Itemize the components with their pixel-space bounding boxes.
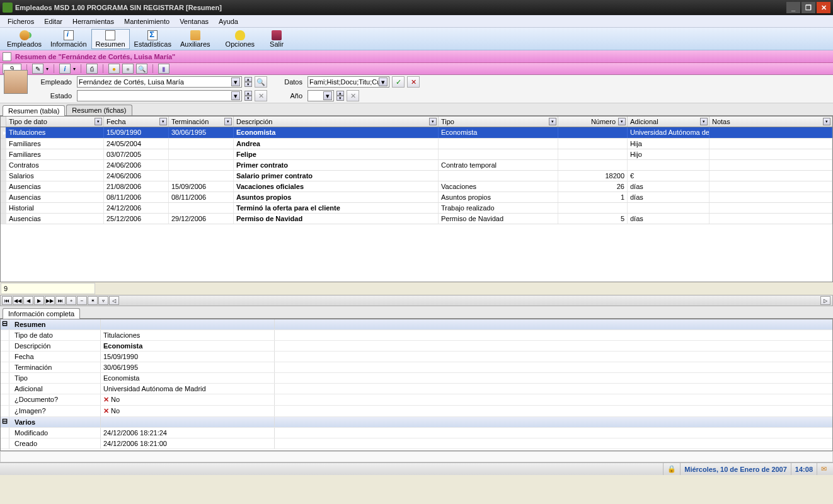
tab-resumen-tabla[interactable]: Resumen (tabla) [3, 105, 65, 116]
maximize-button[interactable]: ❐ [801, 2, 815, 13]
dropdown-icon[interactable]: ▾ [231, 77, 240, 86]
empleado-combo[interactable]: Fernández de Cortés, Luisa María▾ [77, 76, 242, 88]
minimize-button[interactable]: _ [786, 2, 800, 13]
empleado-search-button[interactable]: 🔍 [255, 76, 267, 88]
table-row[interactable]: Familiares24/05/2004AndreaHija [1, 139, 832, 149]
close-button[interactable]: ✕ [817, 2, 830, 13]
nav-next[interactable]: ▶ [34, 296, 44, 305]
nav-add[interactable]: + [66, 296, 76, 305]
menu-ventanas[interactable]: Ventanas [175, 16, 214, 26]
empleado-spinner[interactable]: ▴▾ [244, 77, 252, 87]
nav-delete[interactable]: − [77, 296, 87, 305]
nav-bookmark[interactable]: ✶ [88, 296, 98, 305]
menubar: Ficheros Editar Herramientas Mantenimien… [0, 15, 833, 28]
status-date: Miércoles, 10 de Enero de 2007 [680, 463, 791, 475]
datos-accept-button[interactable]: ✓ [392, 76, 405, 88]
table-row[interactable]: Salarios24/06/2006Salario primer contrat… [1, 171, 832, 181]
info-section-varios[interactable]: ⊟Varios [1, 417, 832, 428]
menu-mantenimiento[interactable]: Mantenimiento [119, 16, 175, 26]
grid-body[interactable]: ▸Titulaciones15/09/199030/06/1995Economi… [1, 127, 832, 282]
tab-info-completa[interactable]: Información completa [3, 308, 80, 319]
menu-ayuda[interactable]: Ayuda [214, 16, 243, 26]
document-icon [3, 52, 11, 61]
datos-combo[interactable]: Fami;Hist;Docu;Titu;Curs▾ [307, 76, 389, 88]
prop-row: DescripciónEconomista [1, 341, 832, 352]
grid-status-input[interactable]: 9 [1, 283, 95, 294]
grid-header: Tipo de dato▾ Fecha▾ Terminación▾ Descri… [1, 117, 832, 127]
search-button[interactable]: 🔍 [136, 64, 147, 74]
info-button[interactable]: i [59, 64, 71, 74]
filter-gray-button[interactable]: ● [122, 64, 134, 74]
menu-herramientas[interactable]: Herramientas [67, 16, 119, 26]
filter-bar: Empleado Fernández de Cortés, Luisa Marí… [0, 75, 833, 103]
table-row[interactable]: Ausencias21/08/200615/09/2006Vacaciones … [1, 181, 832, 192]
x-icon: ✕ [103, 396, 109, 403]
view-tabs: Resumen (tabla) Resumen (fichas) [0, 103, 833, 116]
filter-yellow-button[interactable]: ● [108, 64, 120, 74]
table-row[interactable]: Familiares03/07/2005FelipeHijo [1, 149, 832, 160]
notification-icon[interactable]: ✉ [817, 463, 830, 475]
menu-ficheros[interactable]: Ficheros [3, 16, 39, 26]
stats-icon [147, 30, 158, 40]
nav-back[interactable]: ◁ [109, 296, 119, 305]
nav-last[interactable]: ⏭ [55, 296, 66, 305]
col-fecha[interactable]: Fecha▾ [104, 117, 169, 127]
table-row[interactable]: Ausencias25/12/200629/12/2006Permiso de … [1, 214, 832, 224]
menu-editar[interactable]: Editar [39, 16, 67, 26]
col-tipo-dato[interactable]: Tipo de dato▾ [6, 117, 104, 127]
print-button[interactable]: ⎙ [86, 64, 98, 74]
toolbar-opciones[interactable]: Opciones [221, 29, 259, 49]
table-row[interactable]: Historial24/12/2006Terminó la oferta par… [1, 203, 832, 214]
employee-avatar [4, 70, 28, 94]
ano-label: Año [280, 92, 305, 100]
aux-icon [190, 30, 200, 40]
estado-combo[interactable]: ▾ [77, 90, 242, 101]
nav-filter[interactable]: ▿ [98, 296, 108, 305]
toolbar-estadisticas[interactable]: Estadísticas [130, 29, 176, 49]
col-descripcion[interactable]: Descripción▾ [234, 117, 439, 127]
toolbar-empleados[interactable]: Empleados [3, 29, 46, 49]
app-icon [3, 3, 13, 13]
book-button[interactable]: ▮ [158, 64, 169, 74]
nav-first[interactable]: ⏮ [2, 296, 12, 305]
nav-next-page[interactable]: ▶▶ [45, 296, 55, 305]
lock-icon: 🔒 [663, 463, 680, 475]
nav-prev[interactable]: ◀ [23, 296, 33, 305]
ano-clear-button[interactable]: ✕ [347, 90, 359, 101]
table-row[interactable]: Ausencias08/11/200608/11/2006Asuntos pro… [1, 192, 832, 203]
ano-spinner[interactable]: ▴▾ [336, 91, 344, 101]
nav-prev-page[interactable]: ◀◀ [13, 296, 23, 305]
wizard-button[interactable]: ✎ [32, 64, 43, 74]
col-tipo[interactable]: Tipo▾ [439, 117, 558, 127]
prop-row: Creado24/12/2006 18:21:00 [1, 438, 832, 449]
table-row[interactable]: ▸Titulaciones15/09/199030/06/1995Economi… [1, 127, 832, 139]
estado-label: Estado [30, 92, 74, 100]
col-numero[interactable]: Número▾ [558, 117, 628, 127]
collapse-icon[interactable]: ⊟ [1, 417, 9, 427]
prop-row: TipoEconomista [1, 373, 832, 384]
datos-label: Datos [280, 78, 305, 86]
toolbar-salir[interactable]: Salir [265, 29, 288, 49]
toolbar-informacion[interactable]: Información [46, 29, 91, 49]
estado-clear-button[interactable]: ✕ [255, 90, 267, 101]
ano-combo[interactable]: ▾ [307, 90, 334, 101]
col-notas[interactable]: Notas▾ [709, 117, 832, 127]
window-title: Empleados MSD 1.00 PROGRAMA SIN REGISTRA… [15, 4, 785, 11]
dropdown-icon[interactable]: ▾ [231, 91, 240, 100]
nav-forward[interactable]: ▷ [820, 296, 830, 305]
datos-clear-button[interactable]: ✕ [407, 76, 420, 88]
table-row[interactable]: Contratos24/06/2006Primer contratoContra… [1, 160, 832, 171]
col-adicional[interactable]: Adicional▾ [628, 117, 709, 127]
dropdown-icon[interactable]: ▾ [379, 77, 388, 86]
bottom-spacer [0, 451, 833, 462]
dropdown-icon[interactable]: ▾ [323, 91, 332, 100]
info-section-resumen[interactable]: ⊟Resumen [1, 319, 832, 330]
info-tabs: Información completa [0, 306, 833, 319]
col-terminacion[interactable]: Terminación▾ [169, 117, 234, 127]
estado-spinner[interactable]: ▴▾ [244, 91, 252, 101]
toolbar-resumen[interactable]: Resumen [91, 29, 130, 49]
tab-resumen-fichas[interactable]: Resumen (fichas) [66, 105, 132, 115]
collapse-icon[interactable]: ⊟ [1, 319, 9, 329]
prop-row: ¿Imagen?✕No [1, 406, 832, 417]
toolbar-auxiliares[interactable]: Auxiliares [176, 29, 215, 49]
